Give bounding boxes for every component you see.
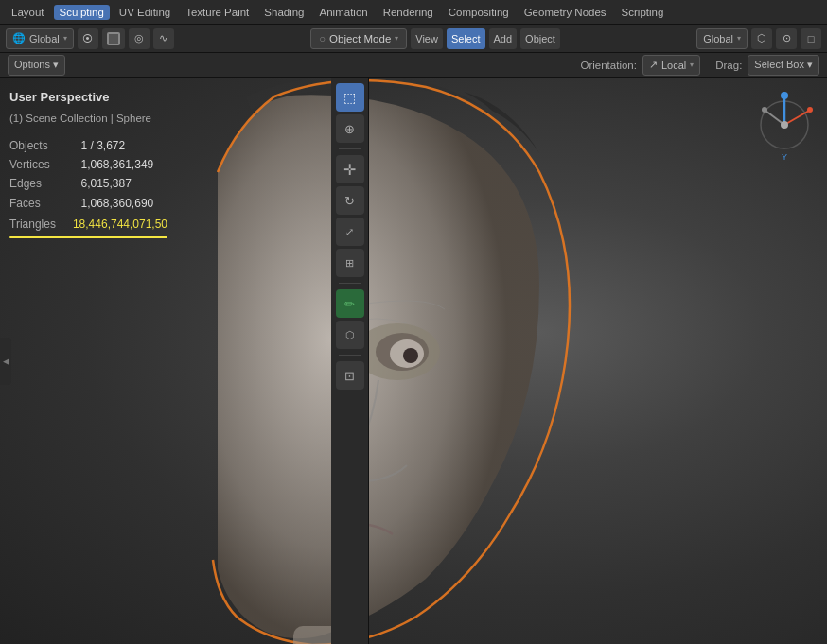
vertices-label: Vertices bbox=[9, 155, 63, 174]
edges-label: Edges bbox=[9, 174, 63, 193]
collapse-arrow: ◀ bbox=[3, 357, 9, 366]
tool-annotate[interactable]: ✏ bbox=[336, 289, 364, 318]
proportional-icon: ◎ bbox=[134, 32, 144, 44]
proportional-btn[interactable]: ◎ bbox=[129, 28, 150, 49]
triangles-row: Triangles 18,446,744,071,50 bbox=[9, 215, 167, 234]
mode-label: Object Mode bbox=[329, 33, 391, 44]
tab-geometry-nodes[interactable]: Geometry Nodes bbox=[519, 5, 612, 20]
viewport-title: User Perspective bbox=[9, 87, 167, 108]
falloff-icon: ∿ bbox=[159, 32, 167, 44]
triangles-underline bbox=[9, 236, 167, 238]
tab-shading[interactable]: Shading bbox=[258, 5, 309, 20]
svg-point-11 bbox=[781, 92, 788, 99]
object-label: Object bbox=[525, 33, 555, 44]
tab-compositing[interactable]: Compositing bbox=[443, 5, 515, 20]
options-dropdown[interactable]: Options ▾ bbox=[8, 55, 65, 76]
tool-measure[interactable]: ⬡ bbox=[336, 321, 364, 349]
cursor-icon: ⊕ bbox=[344, 122, 355, 136]
options-label: Options ▾ bbox=[14, 59, 59, 71]
svg-point-15 bbox=[762, 107, 767, 113]
svg-point-13 bbox=[807, 107, 813, 113]
local-dropdown[interactable]: ↗ Local ▾ bbox=[642, 55, 700, 76]
tools-separator-2 bbox=[339, 283, 361, 284]
tool-move[interactable]: ✛ bbox=[336, 155, 364, 183]
svg-text:Y: Y bbox=[782, 152, 787, 162]
global2-label: Global bbox=[703, 33, 733, 44]
triangles-value: 18,446,744,071,50 bbox=[73, 215, 167, 234]
right-viewport[interactable]: User Perspective (1) Scene Collection | … bbox=[0, 78, 827, 644]
overlay-btn[interactable]: ⊙ bbox=[776, 28, 797, 49]
triangles-content: Triangles 18,446,744,071,50 bbox=[9, 215, 167, 234]
object-mode-dropdown[interactable]: ○ Object Mode ▾ bbox=[310, 28, 407, 49]
tab-uv-editing[interactable]: UV Editing bbox=[114, 5, 176, 20]
annotate-icon: ✏ bbox=[344, 297, 355, 311]
pivot-btn[interactable]: ⬡ bbox=[751, 28, 772, 49]
triangles-label: Triangles bbox=[9, 215, 56, 234]
scale-icon: ⤢ bbox=[345, 226, 354, 238]
local-label: Local bbox=[661, 60, 686, 71]
global-icon: 🌐 bbox=[12, 32, 26, 44]
pivot-icon: ⬡ bbox=[757, 32, 766, 44]
overlay-icon: ⊙ bbox=[783, 32, 791, 44]
gizmo-area: Y bbox=[756, 92, 813, 170]
tool-scale[interactable]: ⤢ bbox=[336, 218, 364, 246]
tab-rendering[interactable]: Rendering bbox=[378, 5, 439, 20]
add-menu[interactable]: Add bbox=[489, 28, 518, 49]
snap-icon: ⦿ bbox=[82, 33, 93, 44]
top-menubar: Layout Sculpting UV Editing Texture Pain… bbox=[0, 0, 827, 25]
view-menu[interactable]: View bbox=[411, 28, 443, 49]
drag-label: Drag: bbox=[715, 60, 742, 71]
svg-line-12 bbox=[784, 111, 809, 125]
options-bar: Options ▾ Orientation: ↗ Local ▾ Drag: S… bbox=[0, 53, 827, 78]
global-chevron: ▾ bbox=[63, 34, 67, 43]
render-btn[interactable]: □ bbox=[801, 28, 821, 49]
main-area: ⬚ ⊕ ✛ ↻ ⤢ ⊞ ✏ ⬡ ⊡ bbox=[0, 78, 827, 644]
tool-transform[interactable]: ⊞ bbox=[336, 249, 364, 277]
tab-animation[interactable]: Animation bbox=[314, 5, 374, 20]
select-box-label: Select Box ▾ bbox=[754, 59, 813, 71]
faces-label: Faces bbox=[9, 194, 63, 213]
tab-texture-paint[interactable]: Texture Paint bbox=[180, 5, 255, 20]
left-collapse-handle[interactable]: ◀ bbox=[0, 338, 11, 385]
stats-table: Objects 1 / 3,672 Vertices 1,068,361,349… bbox=[9, 136, 167, 214]
tab-layout[interactable]: Layout bbox=[6, 5, 50, 20]
vertices-value: 1,068,361,349 bbox=[80, 155, 167, 174]
svg-point-16 bbox=[781, 121, 788, 129]
move-icon: ✛ bbox=[343, 161, 356, 179]
header-toolbar: 🌐 Global ▾ ⦿ ◎ ∿ ○ Object Mode ▾ View Se… bbox=[0, 25, 827, 53]
measure-icon: ⬡ bbox=[345, 329, 355, 341]
orientation-icon: ↗ bbox=[649, 59, 658, 71]
objects-label: Objects bbox=[9, 136, 63, 155]
global-label: Global bbox=[29, 33, 60, 44]
color-btn[interactable] bbox=[102, 28, 125, 49]
select-menu[interactable]: Select bbox=[447, 28, 485, 49]
svg-point-7 bbox=[403, 348, 418, 363]
select-box-icon: ⬚ bbox=[343, 90, 356, 105]
objects-value: 1 / 3,672 bbox=[80, 136, 167, 155]
tab-sculpting[interactable]: Sculpting bbox=[54, 5, 110, 20]
mode-icon: ○ bbox=[319, 33, 326, 44]
tool-cursor[interactable]: ⊕ bbox=[336, 114, 364, 143]
falloff-btn[interactable]: ∿ bbox=[153, 28, 174, 49]
tool-rotate[interactable]: ↻ bbox=[336, 186, 364, 215]
object-menu[interactable]: Object bbox=[520, 28, 560, 49]
tab-scripting[interactable]: Scripting bbox=[616, 5, 670, 20]
render-icon: □ bbox=[808, 33, 815, 44]
tool-select-box[interactable]: ⬚ bbox=[336, 83, 364, 112]
global-dropdown[interactable]: 🌐 Global ▾ bbox=[6, 28, 74, 49]
tools-strip: ⬚ ⊕ ✛ ↻ ⤢ ⊞ ✏ ⬡ ⊡ bbox=[331, 78, 369, 644]
color-icon bbox=[107, 32, 120, 45]
select-box-dropdown[interactable]: Select Box ▾ bbox=[748, 55, 819, 76]
snap-btn[interactable]: ⦿ bbox=[78, 28, 98, 49]
rotate-icon: ↻ bbox=[344, 194, 355, 208]
tool-add-cube[interactable]: ⊡ bbox=[336, 361, 364, 390]
global2-dropdown[interactable]: Global ▾ bbox=[696, 28, 748, 49]
select-label: Select bbox=[451, 33, 481, 44]
tools-separator-1 bbox=[339, 148, 361, 149]
edges-value: 6,015,387 bbox=[80, 174, 167, 193]
add-label: Add bbox=[494, 33, 513, 44]
viewport-scene: (1) Scene Collection | Sphere bbox=[9, 110, 167, 129]
orientation-label: Orientation: bbox=[580, 60, 636, 71]
gizmo-svg: Y bbox=[756, 92, 813, 167]
view-label: View bbox=[415, 33, 438, 44]
